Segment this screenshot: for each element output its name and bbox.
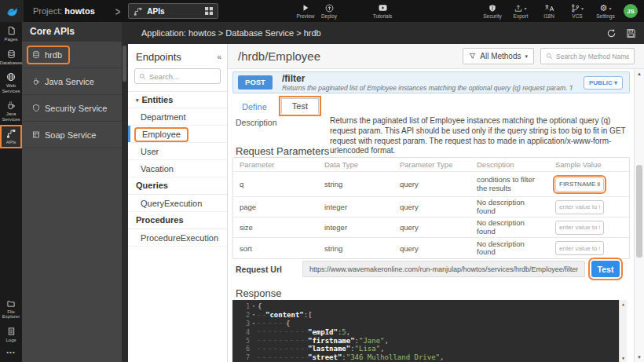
core-apis-item-java-service[interactable]: Java Service [22, 68, 122, 95]
topbar-center-actions: Preview Deploy Tutorials [295, 0, 393, 22]
scrollbar-thumb[interactable] [636, 165, 642, 258]
search-icon [139, 73, 146, 80]
content-scrollbar[interactable]: ▲ ▼ [634, 69, 644, 362]
core-apis-item-label: Java Service [45, 77, 94, 86]
preview-button[interactable]: Preview [295, 0, 316, 22]
export-button[interactable]: ▾ Export [510, 0, 531, 22]
sample-value-input-sort[interactable] [555, 241, 604, 255]
endpoint-item-vacation[interactable]: Vacation [128, 160, 227, 177]
tab-test[interactable]: Test [281, 98, 319, 114]
fold-icon[interactable]: ▾ [250, 320, 258, 327]
endpoint-row-filter[interactable]: POST /filter Returns the paginated list … [232, 71, 630, 93]
test-button[interactable]: Test [591, 261, 620, 277]
deploy-button[interactable]: Deploy [319, 0, 339, 22]
sample-value-input-size[interactable] [555, 221, 604, 235]
database-icon [7, 49, 16, 59]
main-content: /hrdb/Employee All Methods ▾ POST /filte… [228, 44, 644, 362]
table-row-q: q string query conditions to filter the … [233, 172, 629, 197]
sidebar-item-pages[interactable]: Pages [0, 22, 22, 46]
sample-value-input-q[interactable] [555, 177, 604, 192]
security-button[interactable]: Security [482, 0, 503, 22]
export-icon [514, 4, 522, 13]
table-row-size: size integer query No description found [233, 218, 629, 238]
scroll-down-icon[interactable]: ▼ [620, 356, 627, 360]
sidebar-item-logs[interactable]: Logs [0, 323, 22, 346]
caret-down-icon: ▾ [609, 5, 611, 11]
endpoints-search[interactable] [134, 68, 221, 84]
queries-section-header[interactable]: Queries [128, 177, 227, 195]
fold-icon[interactable]: ▾ [250, 312, 258, 318]
method-search-input[interactable] [556, 53, 629, 60]
more-options-icon[interactable]: ••• [0, 346, 22, 359]
editor-scrollbar[interactable]: ▲ ▼ [619, 300, 627, 362]
project-breadcrumb: Project:howtos [33, 6, 95, 16]
shield-icon [32, 104, 40, 112]
methods-filter-dropdown[interactable]: All Methods ▾ [463, 48, 534, 64]
sidebar-item-web-services[interactable]: Web Services [0, 68, 22, 97]
wavemaker-logo[interactable] [0, 0, 24, 22]
endpoint-item-department[interactable]: Department [128, 108, 227, 126]
settings-button[interactable]: ⚙▾ Settings [595, 0, 616, 22]
code-line: 4"empId": 5, [232, 327, 627, 336]
endpoint-item-procedureexecution[interactable]: ProcedureExecution [128, 229, 227, 247]
i18n-button[interactable]: I18N [539, 0, 559, 22]
code-line: 6"lastname": "Lisa", [232, 345, 627, 353]
core-apis-item-hrdb[interactable]: hrdb [22, 42, 122, 68]
request-url-input[interactable] [302, 261, 585, 277]
sidebar-item-java-services[interactable]: Java Services [0, 97, 22, 125]
folder-icon [6, 299, 16, 308]
endpoint-item-queryexecution[interactable]: QueryExecution [128, 195, 227, 212]
caret-down-icon: ▾ [581, 5, 584, 11]
tutorials-button[interactable]: Tutorials [372, 0, 393, 22]
core-apis-item-security-service[interactable]: Security Service [22, 95, 122, 122]
filter-icon [469, 53, 476, 60]
sidebar-item-file-explorer[interactable]: File Explorer [0, 295, 22, 323]
code-line: 3▾{ [232, 320, 627, 328]
method-search[interactable] [540, 48, 635, 64]
core-apis-item-label: hrdb [45, 50, 62, 60]
refresh-icon[interactable] [606, 28, 617, 38]
request-url-row: Request Url Test [228, 261, 634, 278]
fold-icon[interactable]: ▾ [250, 303, 258, 309]
endpoints-panel: Endpoints « ▾Entities Department Employe… [128, 44, 228, 362]
save-icon[interactable] [626, 28, 636, 38]
wavemaker-logo-icon [5, 5, 19, 18]
visibility-dropdown[interactable]: PUBLIC ▾ [584, 76, 623, 90]
search-icon [546, 53, 553, 60]
apis-workspace-tab[interactable]: APIs [128, 3, 218, 19]
panel-scrollbar-thumb[interactable] [123, 46, 126, 82]
sidebar-item-databases[interactable]: Databases [0, 46, 22, 69]
grid-icon[interactable] [205, 7, 213, 15]
log-file-icon [7, 327, 16, 336]
core-apis-item-soap-service[interactable]: Soap Service [22, 122, 122, 148]
collapse-panel-icon[interactable]: « [217, 53, 221, 61]
scroll-up-icon[interactable]: ▲ [620, 302, 627, 306]
vcs-button[interactable]: ▾ VCS [567, 0, 587, 22]
method-badge[interactable]: POST [238, 75, 273, 90]
procedures-section-header[interactable]: Procedures [128, 212, 227, 229]
gear-icon: ⚙ [600, 4, 608, 13]
project-name: howtos [64, 6, 95, 16]
scroll-down-icon[interactable]: ▼ [635, 353, 644, 362]
endpoint-item-employee[interactable]: Employee [128, 126, 227, 143]
request-url-label: Request Url [236, 265, 282, 274]
response-code-editor[interactable]: 1▾{ 2▾"content": [ 3▾{ 4"empId": 5, 5"fi… [232, 300, 627, 362]
sidebar-item-apis[interactable]: APIs [0, 125, 22, 148]
tab-define[interactable]: Define [236, 100, 273, 114]
sample-value-input-page[interactable] [555, 200, 604, 214]
request-parameters-table: Parameter Data Type Parameter Type Descr… [232, 157, 630, 259]
test-tab-content: POST /filter Returns the paginated list … [228, 69, 634, 362]
scroll-up-icon[interactable]: ▲ [635, 69, 644, 79]
api-header: /hrdb/Employee All Methods ▾ [228, 44, 644, 69]
panel-scrollbar[interactable] [122, 22, 128, 362]
endpoints-search-input[interactable] [149, 72, 216, 81]
user-avatar[interactable]: JS [624, 4, 638, 18]
core-apis-panel: Core APIs hrdb Java Service Security Ser… [22, 22, 122, 362]
endpoint-item-user[interactable]: User [128, 143, 227, 160]
table-header-row: Parameter Data Type Parameter Type Descr… [233, 158, 629, 172]
database-icon [32, 50, 40, 59]
page-title: /hrdb/Employee [238, 49, 320, 63]
coffee-icon [32, 77, 40, 86]
code-line: 7"street": "346 Mulholland Drive", [232, 353, 627, 362]
entities-section-header[interactable]: ▾Entities [128, 91, 227, 108]
